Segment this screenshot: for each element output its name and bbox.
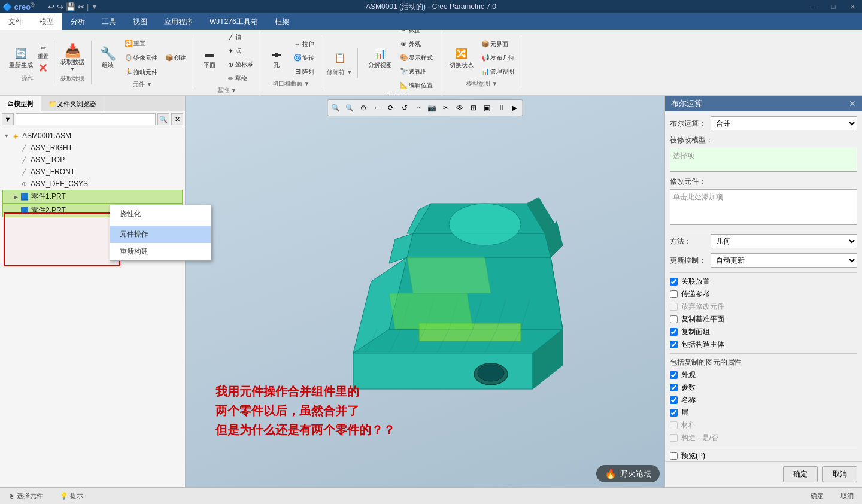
checkbox-preview-input[interactable] <box>670 452 678 460</box>
tree-filter-btn[interactable]: ▼ <box>2 113 14 125</box>
pan-btn[interactable]: ↔ <box>371 101 384 114</box>
axis-btn[interactable]: ╱轴 <box>223 31 256 44</box>
status-tip[interactable]: 💡 提示 <box>56 490 87 502</box>
tree-item-asm0001[interactable]: ▼ ◈ ASM0001.ASM <box>2 130 183 142</box>
section-vp-btn[interactable]: ✂ <box>439 101 453 114</box>
checkbox-material-input[interactable] <box>670 421 678 429</box>
manage-btn[interactable]: 📊管理视图 <box>478 65 517 78</box>
checkbox-copy-datum-input[interactable] <box>670 315 678 323</box>
cancel-button[interactable]: 取消 <box>822 466 857 482</box>
regen-btn[interactable]: 🔄 重新生成 <box>6 45 36 71</box>
undo-btn[interactable]: ↩ <box>48 2 54 11</box>
modify-component-input[interactable]: 单击此处添加项 <box>670 189 857 225</box>
extrude-btn[interactable]: ↔拉伸 <box>290 38 317 51</box>
edit-btn[interactable]: ✏ 重置 <box>37 42 49 61</box>
dropdown-item-flexible[interactable]: 挠性化 <box>110 205 211 223</box>
checkbox-layer-input[interactable] <box>670 409 678 417</box>
zoom-fit-btn[interactable]: ⊙ <box>357 101 370 114</box>
status-right-btn[interactable]: 确定 <box>807 490 827 502</box>
checkbox-copy-surface-input[interactable] <box>670 328 678 336</box>
perspective-btn[interactable]: 🔭透视图 <box>396 65 436 78</box>
coord-btn[interactable]: ⊕坐标系 <box>223 58 256 71</box>
checkbox-appearance-input[interactable] <box>670 371 678 379</box>
zoom-out-btn[interactable]: 🔍 <box>343 101 356 114</box>
redo-btn[interactable]: ↪ <box>57 2 63 11</box>
viewport[interactable]: 🔍 🔍 ⊙ ↔ ⟳ ↺ ⌂ 📷 ✂ 👁 ⊞ ▣ ⏸ ▶ <box>186 96 664 487</box>
menu-apps[interactable]: 应用程序 <box>156 13 201 30</box>
hole-btn[interactable]: 🕳 孔 <box>265 45 289 71</box>
del-btn[interactable]: ❌ <box>37 62 49 73</box>
expand-part1[interactable]: ▶ <box>11 194 20 200</box>
menu-tools[interactable]: 工具 <box>93 13 125 30</box>
modified-model-input[interactable]: 选择项 <box>670 148 857 172</box>
checkbox-include-body-input[interactable] <box>670 341 678 348</box>
dropdown-item-component-ops[interactable]: 元件操作 <box>110 226 211 243</box>
create-btn[interactable]: 📦创建 <box>162 51 189 65</box>
tab-model-tree[interactable]: 🗂 模型树 <box>0 96 41 111</box>
maximize-btn[interactable]: □ <box>824 0 843 13</box>
grid-btn[interactable]: ⊞ <box>467 101 480 114</box>
menu-view[interactable]: 视图 <box>125 13 156 30</box>
getdata-btn[interactable]: 📥 获取数据 ▼ <box>57 42 87 74</box>
modifier-btn[interactable]: 📋 <box>328 49 352 67</box>
tree-item-asm-front[interactable]: ╱ ASM_FRONT <box>2 166 183 178</box>
save-btn[interactable]: 💾 <box>66 2 75 11</box>
menu-analysis[interactable]: 分析 <box>62 13 93 30</box>
editpos-btn[interactable]: 📐编辑位置 <box>396 79 436 92</box>
tab-file-browser[interactable]: 📁 文件夹浏览器 <box>41 96 104 111</box>
menu-model[interactable]: 模型 <box>31 13 62 30</box>
checkbox-associate-input[interactable] <box>670 278 678 286</box>
tree-item-asm-right[interactable]: ╱ ASM_RIGHT <box>2 142 183 154</box>
right-panel-close-btn[interactable]: ✕ <box>849 99 856 108</box>
toggle-btn[interactable]: 🔀 切换状态 <box>447 45 476 71</box>
sketch-btn[interactable]: ✏草绘 <box>223 72 256 85</box>
status-select-component[interactable]: 🖱 选择元件 <box>5 490 47 502</box>
checkbox-name-input[interactable] <box>670 396 678 404</box>
cut-btn[interactable]: ✂ <box>78 2 84 11</box>
plane-btn[interactable]: ▬ 平面 <box>198 45 221 71</box>
update-control-select[interactable]: 自动更新 <box>711 253 857 268</box>
interface-btn[interactable]: 📦元界面 <box>478 38 517 51</box>
point-btn[interactable]: ✦点 <box>223 44 256 57</box>
zoom-in-btn[interactable]: 🔍 <box>329 101 342 114</box>
drag-btn[interactable]: 🏃拖动元件 <box>121 66 160 79</box>
section-btn[interactable]: ✂截面 <box>396 30 436 37</box>
boolean-op-select[interactable]: 合并 切除 相交 <box>711 116 857 130</box>
rotate-btn[interactable]: ⟳ <box>384 101 397 114</box>
tree-item-asm-csys[interactable]: ⊕ ASM_DEF_CSYS <box>2 178 183 190</box>
checkbox-transfer-input[interactable] <box>670 290 678 298</box>
spin-btn[interactable]: ↺ <box>398 101 411 114</box>
method-select[interactable]: 几何 <box>711 234 857 248</box>
menu-framework[interactable]: 框架 <box>266 13 298 30</box>
assemble-btn[interactable]: 🔧 组装 <box>96 45 120 71</box>
explode-btn[interactable]: 📊 分解视图 <box>365 45 395 71</box>
pattern-btn[interactable]: ⊞阵列 <box>290 65 317 78</box>
checkbox-construct-input[interactable] <box>670 434 678 442</box>
home-btn[interactable]: ⌂ <box>412 101 425 114</box>
ok-button[interactable]: 确定 <box>783 466 818 482</box>
tree-item-asm-top[interactable]: ╱ ASM_TOP <box>2 154 183 166</box>
frame-btn[interactable]: ▣ <box>481 101 494 114</box>
tree-close-search[interactable]: ✕ <box>171 113 183 125</box>
checkbox-params-input[interactable] <box>670 384 678 391</box>
dropdown-item-rebuild[interactable]: 重新构建 <box>110 243 211 260</box>
tree-search-btn[interactable]: 🔍 <box>157 113 169 125</box>
eye-btn[interactable]: 👁 <box>453 101 466 114</box>
more-btn[interactable]: ▼ <box>91 3 98 10</box>
menu-wjt[interactable]: WJT276工具箱 <box>201 13 266 30</box>
revolve-btn[interactable]: 🌀旋转 <box>290 51 317 65</box>
reset-btn[interactable]: 🔁重置 <box>121 37 160 50</box>
checkbox-abandon-input[interactable] <box>670 303 678 311</box>
expand-asm0001[interactable]: ▼ <box>2 133 11 139</box>
play-btn[interactable]: ▶ <box>508 101 521 114</box>
appearance-btn[interactable]: 👁外观 <box>396 38 436 51</box>
minimize-btn[interactable]: ─ <box>805 0 824 13</box>
menu-file[interactable]: 文件 <box>0 13 31 30</box>
publish-btn[interactable]: 📢发布几何 <box>478 51 517 65</box>
pause-btn[interactable]: ⏸ <box>494 101 508 114</box>
tree-search-input[interactable] <box>16 113 156 125</box>
close-btn[interactable]: ✕ <box>843 0 862 13</box>
style-btn[interactable]: 🎨显示样式 <box>396 51 436 65</box>
mirror-btn[interactable]: 🪞镜像元件 <box>121 51 160 65</box>
camera-btn[interactable]: 📷 <box>426 101 439 114</box>
